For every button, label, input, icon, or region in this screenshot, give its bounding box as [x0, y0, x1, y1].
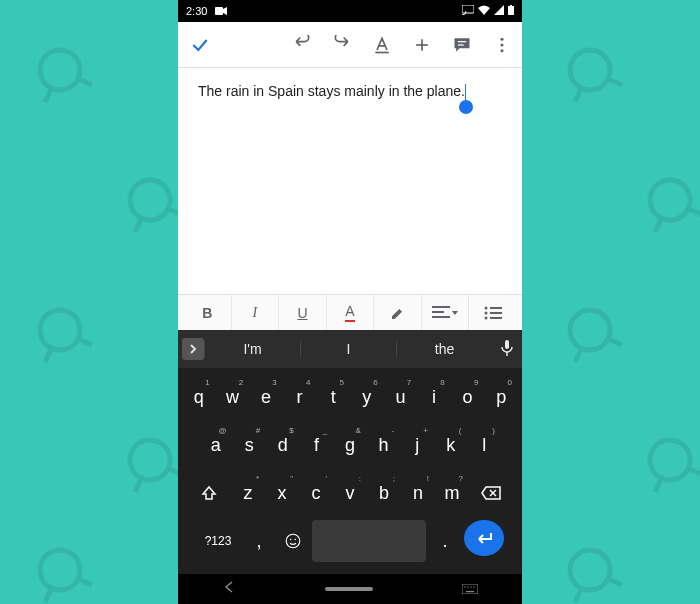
more-button[interactable] [482, 25, 522, 65]
svg-rect-51 [505, 340, 509, 349]
keyboard-suggestion-bar: I'm I the [178, 330, 522, 368]
key-g[interactable]: g& [335, 424, 365, 466]
format-bar: B I U A [178, 294, 522, 330]
key-u[interactable]: u7 [386, 376, 416, 418]
svg-line-23 [609, 336, 622, 349]
battery-icon [508, 5, 514, 17]
key-w[interactable]: w2 [218, 376, 248, 418]
kb-row-1: q1w2e3r4t5y6u7i8o9p0 [182, 376, 518, 418]
svg-rect-32 [508, 6, 514, 15]
svg-rect-30 [215, 7, 223, 15]
svg-line-4 [132, 219, 145, 232]
svg-point-0 [34, 44, 85, 95]
key-b[interactable]: b; [369, 472, 399, 514]
svg-line-17 [609, 76, 622, 89]
svg-point-27 [564, 544, 615, 595]
backspace-key[interactable] [471, 472, 511, 514]
key-k[interactable]: k( [436, 424, 466, 466]
key-e[interactable]: e3 [251, 376, 281, 418]
svg-line-1 [42, 89, 55, 102]
undo-button[interactable] [282, 25, 322, 65]
insert-button[interactable] [402, 25, 442, 65]
kb-row-4: ?123 , . [182, 520, 518, 562]
comment-button[interactable] [442, 25, 482, 65]
svg-point-39 [501, 37, 504, 40]
key-v[interactable]: v: [335, 472, 365, 514]
key-r[interactable]: r4 [285, 376, 315, 418]
key-a[interactable]: a@ [201, 424, 231, 466]
key-y[interactable]: y6 [352, 376, 382, 418]
key-f[interactable]: f_ [302, 424, 332, 466]
svg-point-62 [473, 586, 474, 587]
highlight-button[interactable] [373, 295, 421, 331]
svg-point-41 [501, 49, 504, 52]
key-q[interactable]: q1 [184, 376, 214, 418]
key-m[interactable]: m? [437, 472, 467, 514]
svg-line-25 [652, 479, 665, 492]
svg-point-21 [564, 304, 615, 355]
comma-key[interactable]: , [244, 520, 274, 562]
key-x[interactable]: x" [267, 472, 297, 514]
text-color-button[interactable]: A [326, 295, 374, 331]
svg-point-15 [564, 44, 615, 95]
document-area[interactable]: The rain in Spain stays mainly in the pl… [178, 68, 522, 294]
svg-line-29 [609, 576, 622, 589]
enter-key[interactable] [464, 520, 504, 556]
svg-point-56 [290, 539, 292, 541]
underline-button[interactable]: U [278, 295, 326, 331]
align-button[interactable] [421, 295, 469, 331]
svg-line-7 [42, 349, 55, 362]
svg-line-13 [42, 589, 55, 602]
camera-icon [215, 5, 227, 17]
svg-point-3 [124, 174, 175, 225]
nav-home-button[interactable] [325, 587, 373, 591]
key-d[interactable]: d$ [268, 424, 298, 466]
svg-line-16 [572, 89, 585, 102]
app-toolbar [178, 22, 522, 68]
redo-button[interactable] [322, 25, 362, 65]
suggestion-2[interactable]: I [300, 341, 396, 357]
svg-point-12 [34, 544, 85, 595]
text-format-button[interactable] [362, 25, 402, 65]
key-o[interactable]: o9 [453, 376, 483, 418]
status-bar: 2:30 [178, 0, 522, 22]
key-t[interactable]: t5 [318, 376, 348, 418]
nav-keyboard-switch-button[interactable] [462, 580, 478, 598]
key-z[interactable]: z* [233, 472, 263, 514]
suggestion-1[interactable]: I'm [204, 341, 300, 357]
svg-point-59 [464, 586, 465, 587]
key-j[interactable]: j+ [402, 424, 432, 466]
emoji-key[interactable] [278, 520, 308, 562]
svg-point-24 [644, 434, 695, 485]
svg-point-6 [34, 304, 85, 355]
svg-point-45 [484, 306, 487, 309]
svg-point-61 [470, 586, 471, 587]
key-i[interactable]: i8 [419, 376, 449, 418]
key-s[interactable]: s# [235, 424, 265, 466]
suggestion-3[interactable]: the [396, 341, 492, 357]
done-button[interactable] [180, 25, 220, 65]
svg-point-55 [286, 534, 300, 548]
svg-line-20 [689, 206, 700, 219]
list-button[interactable] [468, 295, 516, 331]
key-p[interactable]: p0 [486, 376, 516, 418]
period-key[interactable]: . [430, 520, 460, 562]
bold-button[interactable]: B [184, 295, 231, 331]
nav-back-button[interactable] [222, 580, 236, 598]
shift-key[interactable] [189, 472, 229, 514]
key-h[interactable]: h- [369, 424, 399, 466]
svg-line-10 [132, 479, 145, 492]
signal-icon [494, 5, 504, 17]
key-c[interactable]: c' [301, 472, 331, 514]
space-key[interactable] [312, 520, 426, 562]
italic-button[interactable]: I [231, 295, 279, 331]
key-l[interactable]: l) [469, 424, 499, 466]
voice-input-button[interactable] [492, 339, 522, 360]
expand-suggestions-button[interactable] [182, 338, 204, 360]
cursor-handle[interactable] [459, 100, 473, 114]
svg-line-2 [79, 76, 92, 89]
svg-line-28 [572, 589, 585, 602]
key-n[interactable]: n! [403, 472, 433, 514]
svg-point-60 [467, 586, 468, 587]
symbols-key[interactable]: ?123 [196, 520, 240, 562]
